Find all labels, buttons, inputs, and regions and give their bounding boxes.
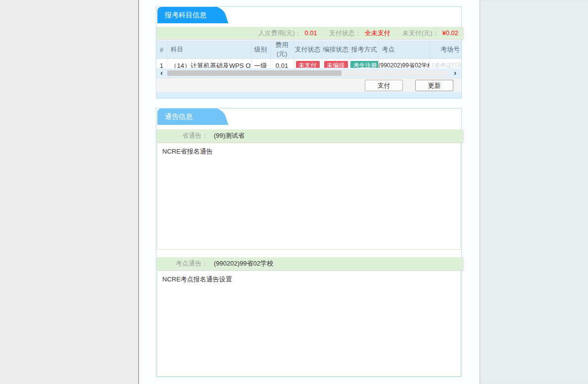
cell-site: (990202)99省02学校 <box>378 59 429 68</box>
scroll-left-icon[interactable]: ‹ <box>160 68 163 78</box>
exam-subjects-tab: 报考科目信息 <box>157 7 218 23</box>
horizontal-scrollbar[interactable]: ‹ › <box>156 68 461 78</box>
province-notice-bar: 省通告：(99)测试省 <box>156 129 463 142</box>
exam-subjects-tab-label: 报考科目信息 <box>165 11 206 19</box>
col-register-mode: 报考方式 <box>350 41 378 59</box>
site-notice-bar: 考点通告：(990202)99省02学校 <box>156 257 463 270</box>
col-pay-status: 支付状态 <box>294 41 322 59</box>
subjects-table-wrapper: # 科目 级别 费用(元) 支付状态 编排状态 报考方式 考点 考场号 1 （1… <box>156 41 461 68</box>
site-notice-text: NCRE考点报名通告设置 <box>162 275 232 283</box>
col-subject: 科目 <box>167 41 251 59</box>
cell-register-mode: 考生注册 <box>350 59 378 68</box>
cell-level: 一级 <box>251 59 270 68</box>
notice-tab: 通告信息 <box>157 109 218 125</box>
fee-summary-bar: 人次费用(元)：0.01支付状态：全未支付未支付(元)：¥0.02 <box>156 27 463 39</box>
cell-index: 1 <box>156 59 167 68</box>
unpaid-label: 未支付(元)： <box>402 29 439 37</box>
register-mode-badge: 考生注册 <box>350 61 379 68</box>
province-notice-label: 省通告： <box>156 129 208 142</box>
scrollbar-thumb[interactable] <box>167 70 342 76</box>
update-button[interactable]: 更新 <box>415 80 453 91</box>
province-notice-value: (99)测试省 <box>214 132 245 139</box>
unpaid-value: ¥0.02 <box>442 29 458 37</box>
arrange-status-badge: 未编排 <box>324 61 348 68</box>
col-room: 考场号 <box>429 41 461 59</box>
table-row: 1 （14）计算机基础及WPS Office应用 一级 0.01 未支付 未编排… <box>156 59 461 68</box>
panel-bottom-strip <box>156 92 461 98</box>
cell-pay-status: 未支付 <box>294 59 322 68</box>
col-level: 级别 <box>251 41 270 59</box>
table-header-row: # 科目 级别 费用(元) 支付状态 编排状态 报考方式 考点 考场号 <box>156 41 461 59</box>
exam-subjects-panel: 报考科目信息 人次费用(元)：0.01支付状态：全未支付未支付(元)：¥0.02… <box>156 6 462 99</box>
notice-tab-label: 通告信息 <box>165 112 193 120</box>
site-notice-value: (990202)99省02学校 <box>214 260 273 267</box>
fee-value: 0.01 <box>304 29 317 37</box>
col-index: # <box>156 41 167 59</box>
pay-status-value: 全未支付 <box>365 29 391 37</box>
scrollbar-track[interactable] <box>167 70 448 76</box>
pay-status-label: 支付状态： <box>329 29 361 37</box>
cell-fee: 0.01 <box>270 59 294 68</box>
notice-panel: 通告信息 省通告：(99)测试省 NCRE省报名通告 考点通告：(990202)… <box>156 108 462 377</box>
site-notice-content: NCRE考点报名通告设置 <box>157 271 461 377</box>
right-background <box>479 0 588 384</box>
col-arrange-status: 编排状态 <box>322 41 350 59</box>
site-notice-label: 考点通告： <box>156 257 208 270</box>
pay-status-badge: 未支付 <box>296 61 320 68</box>
province-notice-text: NCRE省报名通告 <box>162 148 213 155</box>
cell-room: (准考证打印时 <box>429 59 461 68</box>
subjects-table: # 科目 级别 费用(元) 支付状态 编排状态 报考方式 考点 考场号 1 （1… <box>156 41 461 68</box>
scroll-right-icon[interactable]: › <box>454 68 456 78</box>
button-bar: 支付 更新 <box>156 78 461 92</box>
col-fee: 费用(元) <box>270 41 294 59</box>
pay-button[interactable]: 支付 <box>365 80 403 91</box>
col-site: 考点 <box>378 41 429 59</box>
cell-arrange-status: 未编排 <box>322 59 350 68</box>
cell-subject: （14）计算机基础及WPS Office应用 <box>167 59 251 68</box>
province-notice-content: NCRE省报名通告 <box>157 143 461 250</box>
fee-label: 人次费用(元)： <box>258 29 301 37</box>
